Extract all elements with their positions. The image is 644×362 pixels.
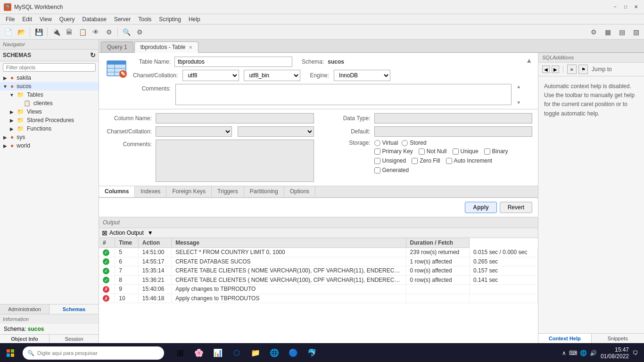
taskbar-app-charts[interactable]: 📊 (209, 345, 226, 362)
taskbar-app-vscode[interactable]: ⬡ (228, 345, 245, 362)
taskbar-app-mysql[interactable]: 🐬 (304, 345, 321, 362)
toolbar-search[interactable]: 🔍 (120, 26, 132, 38)
tree-item-sakila[interactable]: ▶ ● sakila (0, 74, 99, 82)
tab-session[interactable]: Session (50, 335, 99, 343)
taskbar-app-task-view[interactable]: ⊞ (172, 345, 189, 362)
tree-item-tables[interactable]: ▼ 📁 Tables (0, 90, 99, 99)
tree-item-world[interactable]: ▶ ● world (0, 141, 99, 150)
toolbar-table[interactable]: 📋 (76, 26, 89, 38)
tab-triggers[interactable]: Triggers (212, 186, 244, 197)
table-name-input[interactable] (174, 57, 292, 67)
tree-item-views[interactable]: ▶ 📁 Views (0, 107, 99, 116)
tree-item-sucos[interactable]: ▼ ● sucos (0, 82, 99, 90)
collation-select[interactable]: utf8_bin (244, 70, 300, 81)
revert-button[interactable]: Revert (500, 202, 532, 213)
systray-chevron[interactable]: ∧ (562, 350, 566, 356)
engine-select[interactable]: InnoDB (334, 70, 390, 81)
col-collation-select[interactable] (238, 126, 314, 137)
tab-options[interactable]: Options (284, 186, 315, 197)
tab-administration[interactable]: Administration (0, 304, 50, 314)
tab-object-info[interactable]: Object Info (0, 335, 50, 343)
toolbar-schema[interactable]: 🏛 (63, 26, 75, 38)
tab-columns[interactable]: Columns (99, 186, 135, 197)
taskbar-search-bar[interactable]: 🔍 (23, 346, 164, 360)
sql-tab-snippets[interactable]: Snippets (592, 334, 644, 343)
cb-unique-input[interactable] (453, 148, 459, 155)
cb-generated-input[interactable] (374, 167, 380, 173)
scroll-up-icon[interactable]: ▲ (516, 84, 521, 89)
tree-item-clientes[interactable]: 📋 clientes (0, 99, 99, 107)
toolbar-new-file[interactable]: 📄 (2, 26, 14, 38)
schemas-refresh-icon[interactable]: ↻ (90, 51, 96, 59)
toolbar-layout-1[interactable]: ▦ (602, 26, 614, 38)
tab-indexes[interactable]: Indexes (135, 186, 166, 197)
nav-forward-arrow[interactable]: ▶ (552, 66, 559, 73)
taskbar-app-files[interactable]: 📁 (247, 345, 264, 362)
menu-view[interactable]: View (36, 15, 56, 24)
taskbar-notification-icon[interactable]: 🗨 (633, 350, 638, 356)
toolbar-save[interactable]: 💾 (33, 26, 45, 38)
column-name-input[interactable] (156, 113, 314, 123)
menu-file[interactable]: File (2, 15, 18, 24)
nav-format-icon[interactable]: ≡ (567, 65, 577, 74)
taskbar-app-edge[interactable]: 🌐 (266, 345, 283, 362)
cb-auto-increment-input[interactable] (446, 158, 452, 164)
minimize-button[interactable]: − (611, 3, 619, 11)
toolbar-view[interactable]: 👁 (90, 26, 102, 38)
tab-tbprodutos[interactable]: tbprodutos - Table ✕ (134, 41, 198, 53)
tab-tbprodutos-close[interactable]: ✕ (189, 45, 192, 50)
taskbar-search-input[interactable] (37, 350, 132, 356)
cb-primary-key-input[interactable] (374, 148, 380, 155)
tab-foreign-keys[interactable]: Foreign Keys (166, 186, 212, 197)
output-clear-icon[interactable]: ⊠ (102, 229, 107, 237)
menu-edit[interactable]: Edit (18, 15, 36, 24)
radio-stored-input[interactable] (402, 140, 408, 146)
jump-to-label[interactable]: Jump to (592, 66, 612, 73)
cb-binary-input[interactable] (484, 148, 490, 155)
tree-item-sys[interactable]: ▶ ● sys (0, 133, 99, 141)
tab-schemas[interactable]: Schemas (50, 304, 99, 314)
menu-help[interactable]: Help (185, 15, 204, 24)
systray-network-icon[interactable]: 🌐 (580, 350, 587, 356)
taskbar-start-button[interactable] (2, 345, 19, 362)
taskbar-clock[interactable]: 15:47 01/08/2022 (601, 346, 629, 360)
toolbar-layout-3[interactable]: ▧ (630, 26, 642, 38)
toolbar-connect[interactable]: 🔌 (50, 26, 62, 38)
radio-virtual-input[interactable] (374, 140, 380, 146)
cb-zero-fill-input[interactable] (412, 158, 418, 164)
col-datatype-input[interactable] (374, 113, 533, 123)
col-comments-input[interactable] (156, 140, 314, 182)
menu-database[interactable]: Database (79, 15, 110, 24)
tab-partitioning[interactable]: Partitioning (244, 186, 284, 197)
toolbar-config[interactable]: ⚙ (133, 26, 146, 38)
toolbar-proc[interactable]: ⚙ (103, 26, 115, 38)
filter-input[interactable] (3, 63, 96, 72)
systray-keyboard-icon[interactable]: ⌨ (569, 350, 577, 356)
nav-back-arrow[interactable]: ◀ (542, 66, 550, 73)
apply-button[interactable]: Apply (465, 202, 496, 213)
nav-bookmark-icon[interactable]: ⚑ (578, 65, 588, 74)
toolbar-layout-2[interactable]: ▤ (616, 26, 628, 38)
taskbar-app-chrome[interactable]: 🔵 (285, 345, 302, 362)
tab-query1[interactable]: Query 1 (101, 41, 133, 52)
sql-tab-context-help[interactable]: Context Help (538, 334, 592, 343)
maximize-button[interactable]: □ (621, 3, 630, 11)
scroll-down-icon[interactable]: ▼ (516, 100, 521, 105)
collapse-arrow[interactable]: ▲ (526, 57, 532, 105)
menu-scripting[interactable]: Scripting (155, 15, 185, 24)
output-dropdown-icon[interactable]: ▼ (148, 230, 153, 236)
table-comments-input[interactable] (175, 84, 512, 105)
menu-server[interactable]: Server (110, 15, 134, 24)
col-charset-select[interactable] (156, 126, 232, 137)
close-button[interactable]: ✕ (632, 3, 640, 11)
taskbar-app-flowers[interactable]: 🌸 (190, 345, 207, 362)
toolbar-settings-icon[interactable]: ⚙ (587, 26, 600, 38)
tree-item-stored-procedures[interactable]: ▶ 📁 Stored Procedures (0, 116, 99, 124)
tree-item-functions[interactable]: ▶ 📁 Functions (0, 124, 99, 133)
cb-not-null-input[interactable] (419, 148, 425, 155)
toolbar-open[interactable]: 📂 (15, 26, 27, 38)
menu-query[interactable]: Query (56, 15, 79, 24)
cb-unsigned-input[interactable] (374, 158, 380, 164)
menu-tools[interactable]: Tools (134, 15, 155, 24)
systray-sound-icon[interactable]: 🔊 (590, 350, 597, 356)
